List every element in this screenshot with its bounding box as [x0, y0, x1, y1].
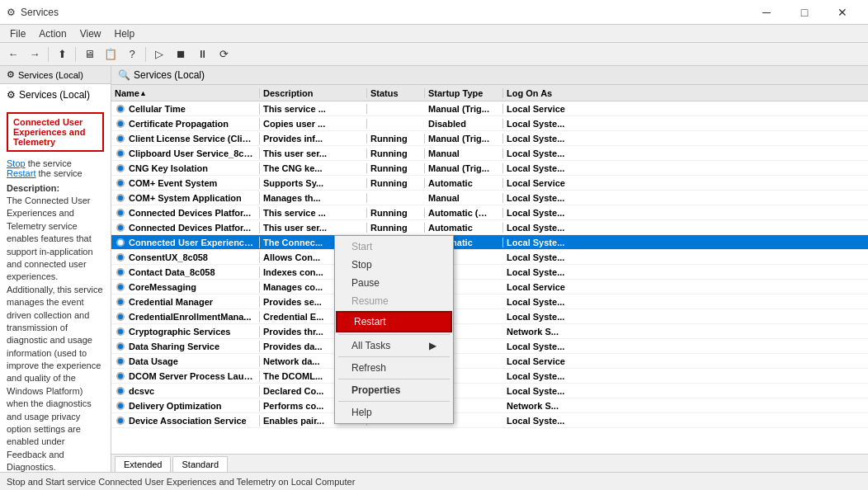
service-logon: Local Syste... [503, 416, 602, 426]
service-icon [115, 400, 126, 412]
restart-link-suffix: the service [39, 168, 83, 178]
toolbar-play[interactable]: ▷ [149, 45, 169, 64]
service-icon [115, 118, 126, 130]
toolbar-sep-1 [48, 47, 49, 62]
toolbar-back[interactable]: ← [3, 45, 23, 64]
ctx-pause[interactable]: Pause [335, 274, 453, 292]
table-row[interactable]: Connected Devices Platfor... This user s… [111, 220, 868, 235]
menu-file[interactable]: File [3, 26, 32, 41]
tab-standard[interactable]: Standard [172, 456, 228, 472]
service-startup: Manual (Trig... [425, 104, 503, 114]
minimize-button[interactable]: ─ [748, 0, 785, 25]
svg-point-21 [118, 255, 123, 260]
menu-help[interactable]: Help [108, 26, 142, 41]
svg-point-39 [118, 389, 123, 393]
col-header-logon[interactable]: Log On As [503, 88, 602, 98]
col-header-name[interactable]: Name ▲ [111, 88, 260, 98]
table-row[interactable]: CNG Key Isolation The CNG ke... Running … [111, 161, 868, 176]
service-actions: Stop the service Restart the service [7, 158, 104, 178]
table-row[interactable]: Cryptographic Services Provides thr... N… [111, 324, 868, 339]
table-row[interactable]: DCOM Server Process Laun... The DCOML...… [111, 369, 868, 384]
app-icon: ⚙ [7, 7, 16, 18]
service-status: Running [367, 163, 425, 173]
stop-link[interactable]: Stop [7, 158, 26, 168]
svg-point-9 [118, 166, 123, 171]
table-row[interactable]: Data Sharing Service Provides da... Loca… [111, 339, 868, 354]
status-bar: Stop and Start service Connected User Ex… [0, 472, 868, 490]
table-row[interactable]: Contact Data_8c058 Indexes con... Local … [111, 265, 868, 280]
toolbar-up[interactable]: ⬆ [52, 45, 72, 64]
toolbar-pause[interactable]: ⏸ [192, 45, 212, 64]
toolbar-stop[interactable]: ⏹ [171, 45, 191, 64]
table-row[interactable]: Clipboard User Service_8c058 This user s… [111, 146, 868, 161]
restart-link[interactable]: Restart [7, 168, 35, 178]
ctx-restart[interactable]: Restart [336, 311, 452, 332]
table-row[interactable]: CredentialEnrollmentMana... Credential E… [111, 309, 868, 324]
service-status: Running [367, 223, 425, 233]
ctx-sep-1 [338, 334, 450, 335]
service-status: Running [367, 208, 425, 218]
service-startup: Disabled [425, 119, 503, 129]
service-desc: This user ser... [260, 148, 367, 158]
service-logon: Local Syste... [503, 342, 602, 351]
service-logon: Local Syste... [503, 208, 602, 218]
description-text: The Connected User Experiences and Telem… [7, 195, 104, 474]
service-name: Connected Devices Platfor... [129, 208, 251, 218]
service-logon: Local Syste... [503, 223, 602, 233]
col-header-status[interactable]: Status [367, 88, 425, 98]
table-header: Name ▲ Description Status Startup Type L… [111, 85, 868, 101]
toolbar-help[interactable]: ? [122, 45, 142, 64]
service-desc-panel: Connected User Experiences and Telemetry… [0, 106, 111, 481]
table-row[interactable]: Delivery Optimization Performs co... Net… [111, 398, 868, 413]
service-logon: Local Service [503, 104, 602, 114]
table-row[interactable]: ConsentUX_8c058 Allows Con... Local Syst… [111, 250, 868, 265]
table-row[interactable]: Connected User Experience... The Connec.… [111, 235, 868, 250]
svg-point-41 [118, 403, 123, 408]
table-row[interactable]: Data Usage Network da... Local Service [111, 354, 868, 369]
ctx-start[interactable]: Start [335, 238, 453, 256]
table-row[interactable]: Credential Manager Provides se... Local … [111, 294, 868, 309]
ctx-stop[interactable]: Stop [335, 256, 453, 274]
service-name: Contact Data_8c058 [129, 267, 215, 277]
service-status: Running [367, 178, 425, 188]
table-row[interactable]: dcsvc Declared Co... Local Syste... [111, 384, 868, 398]
table-row[interactable]: COM+ Event System Supports Sy... Running… [111, 176, 868, 191]
title-bar-left: ⚙ Services [7, 7, 59, 18]
table-body[interactable]: Cellular Time This service ... Manual (T… [111, 101, 868, 454]
ctx-properties[interactable]: Properties [335, 381, 453, 399]
col-header-desc[interactable]: Description [260, 88, 367, 98]
table-row[interactable]: Certificate Propagation Copies user ... … [111, 116, 868, 131]
service-name: Cellular Time [129, 104, 186, 114]
close-button[interactable]: ✕ [823, 0, 861, 25]
table-row[interactable]: CoreMessaging Manages co... Local Servic… [111, 280, 868, 294]
menu-bar: File Action View Help [0, 25, 868, 43]
table-row[interactable]: Cellular Time This service ... Manual (T… [111, 101, 868, 116]
table-row[interactable]: Connected Devices Platfor... This servic… [111, 205, 868, 220]
table-row[interactable]: COM+ System Application Manages th... Ma… [111, 191, 868, 205]
service-logon: Local Syste... [503, 148, 602, 158]
tab-extended[interactable]: Extended [115, 456, 171, 472]
col-header-startup[interactable]: Startup Type [425, 88, 503, 98]
ctx-resume[interactable]: Resume [335, 292, 453, 310]
ctx-refresh[interactable]: Refresh [335, 359, 453, 377]
ctx-all-tasks[interactable]: All Tasks ▶ [335, 337, 453, 355]
svg-point-43 [118, 418, 123, 423]
toolbar-forward[interactable]: → [25, 45, 45, 64]
menu-action[interactable]: Action [32, 26, 73, 41]
toolbar-restart[interactable]: ⟳ [214, 45, 234, 64]
ctx-sep-2 [338, 356, 450, 357]
menu-view[interactable]: View [73, 26, 108, 41]
svg-point-25 [118, 285, 123, 290]
toolbar-props[interactable]: 📋 [101, 45, 120, 64]
maximize-button[interactable]: □ [785, 0, 823, 25]
stop-link-suffix: the service [28, 158, 72, 168]
description-label: Description: [7, 183, 104, 193]
toolbar-computer[interactable]: 🖥 [79, 45, 99, 64]
service-name: Connected Devices Platfor... [129, 223, 251, 233]
service-icon [115, 222, 126, 233]
tree-item-services-local[interactable]: ⚙ Services (Local) [3, 87, 107, 102]
ctx-help[interactable]: Help [335, 403, 453, 422]
service-name: dcsvc [129, 386, 154, 396]
table-row[interactable]: Client License Service (ClipS... Provide… [111, 131, 868, 146]
table-row[interactable]: Device Association Service Enables pair.… [111, 413, 868, 428]
